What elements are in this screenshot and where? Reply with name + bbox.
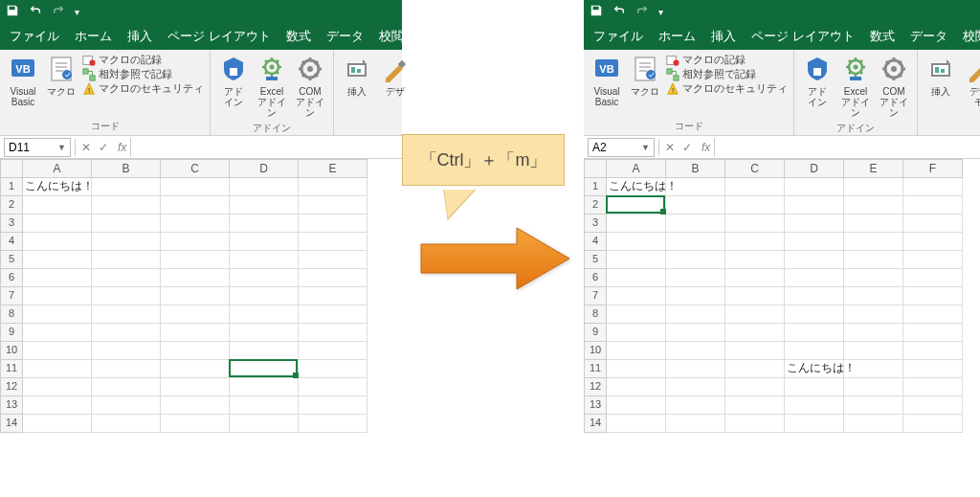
cell[interactable]: [92, 215, 161, 233]
cell[interactable]: [607, 269, 666, 287]
macro-security-button[interactable]: !マクロのセキュリティ: [666, 82, 788, 96]
cell[interactable]: [230, 305, 299, 324]
cell[interactable]: [903, 378, 963, 396]
row-header[interactable]: 4: [0, 233, 23, 251]
row-header[interactable]: 12: [584, 378, 607, 396]
cell[interactable]: [903, 342, 963, 360]
menu-tab[interactable]: 数式: [286, 28, 311, 45]
cell[interactable]: [23, 360, 92, 378]
formula-input[interactable]: [130, 138, 402, 157]
cell[interactable]: [92, 378, 161, 396]
menu-tab[interactable]: 校閲: [963, 28, 980, 45]
row-header[interactable]: 9: [584, 324, 607, 342]
excel-addins-button[interactable]: Excel アドイン: [253, 52, 291, 120]
cell[interactable]: [161, 342, 230, 360]
cell[interactable]: こんにちは！: [607, 178, 666, 196]
row-header[interactable]: 11: [584, 360, 607, 378]
fx-icon[interactable]: fx: [698, 141, 714, 154]
cell[interactable]: [23, 342, 92, 360]
column-header[interactable]: A: [23, 159, 92, 178]
cell[interactable]: [666, 378, 725, 396]
menu-tab[interactable]: 挿入: [711, 28, 736, 45]
cell[interactable]: [161, 251, 230, 269]
cell[interactable]: [92, 396, 161, 415]
select-all-corner[interactable]: [0, 159, 23, 178]
cell[interactable]: [299, 360, 368, 378]
cell[interactable]: [607, 251, 666, 269]
cell[interactable]: [903, 360, 963, 378]
enter-icon[interactable]: ✓: [99, 141, 108, 154]
row-header[interactable]: 14: [584, 415, 607, 433]
cell[interactable]: [903, 396, 963, 415]
cell[interactable]: [844, 360, 903, 378]
cell[interactable]: [230, 215, 299, 233]
column-header[interactable]: C: [725, 159, 785, 178]
cell[interactable]: [230, 287, 299, 305]
chevron-down-icon[interactable]: ▼: [57, 143, 66, 152]
cell[interactable]: [299, 342, 368, 360]
cell[interactable]: [903, 215, 963, 233]
cell[interactable]: [785, 396, 844, 415]
cell[interactable]: [785, 215, 844, 233]
save-icon[interactable]: [590, 4, 603, 20]
cell[interactable]: [161, 269, 230, 287]
cell[interactable]: [23, 378, 92, 396]
cell[interactable]: [161, 305, 230, 324]
cell[interactable]: [903, 178, 963, 196]
cell[interactable]: [666, 215, 725, 233]
cell[interactable]: [785, 342, 844, 360]
cell[interactable]: [844, 269, 903, 287]
cell[interactable]: [666, 305, 725, 324]
save-icon[interactable]: [6, 4, 19, 20]
cell[interactable]: [725, 324, 785, 342]
cell[interactable]: [903, 287, 963, 305]
cell[interactable]: [844, 215, 903, 233]
cell[interactable]: [607, 305, 666, 324]
name-box[interactable]: A2▼: [588, 138, 655, 157]
cell[interactable]: [299, 178, 368, 196]
spreadsheet-grid[interactable]: ABCDE1こんにちは！234567891011121314: [0, 159, 402, 433]
cell[interactable]: [785, 378, 844, 396]
cell[interactable]: [903, 251, 963, 269]
column-header[interactable]: B: [92, 159, 161, 178]
column-header[interactable]: A: [607, 159, 666, 178]
cell[interactable]: [666, 324, 725, 342]
column-header[interactable]: C: [161, 159, 230, 178]
cell[interactable]: [725, 196, 785, 215]
insert-control-button[interactable]: 挿入: [922, 52, 960, 99]
qat-customize-icon[interactable]: ▾: [75, 7, 79, 17]
row-header[interactable]: 10: [0, 342, 23, 360]
visual-basic-button[interactable]: VBVisual Basic: [588, 52, 626, 109]
cell[interactable]: [785, 269, 844, 287]
column-header[interactable]: E: [844, 159, 903, 178]
cell[interactable]: [725, 178, 785, 196]
cell[interactable]: [903, 305, 963, 324]
cell[interactable]: [299, 287, 368, 305]
cell[interactable]: [23, 269, 92, 287]
cell[interactable]: [23, 305, 92, 324]
cell[interactable]: [844, 378, 903, 396]
cell[interactable]: [23, 215, 92, 233]
row-header[interactable]: 7: [0, 287, 23, 305]
row-header[interactable]: 5: [0, 251, 23, 269]
cell[interactable]: [230, 251, 299, 269]
cell[interactable]: [92, 324, 161, 342]
cell[interactable]: [230, 396, 299, 415]
cell[interactable]: こんにちは！: [785, 360, 844, 378]
cell[interactable]: [666, 269, 725, 287]
undo-icon[interactable]: [612, 4, 626, 20]
cell[interactable]: [161, 415, 230, 433]
cell[interactable]: [666, 233, 725, 251]
cell[interactable]: [666, 251, 725, 269]
row-header[interactable]: 8: [0, 305, 23, 324]
cell[interactable]: [299, 196, 368, 215]
design-mode-button[interactable]: デザ モ: [960, 52, 980, 109]
cell[interactable]: [92, 178, 161, 196]
cell[interactable]: [230, 324, 299, 342]
cell[interactable]: [23, 415, 92, 433]
cell[interactable]: [844, 396, 903, 415]
row-header[interactable]: 11: [0, 360, 23, 378]
cell[interactable]: [607, 396, 666, 415]
column-header[interactable]: D: [785, 159, 844, 178]
addins-button[interactable]: アド イン: [214, 52, 253, 109]
